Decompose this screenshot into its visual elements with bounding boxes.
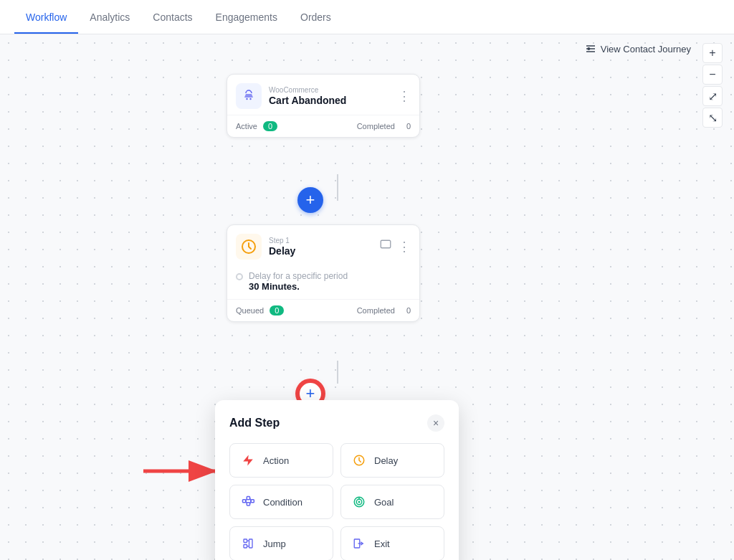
jump-icon [240, 536, 256, 551]
svg-rect-13 [247, 497, 249, 500]
condition-icon [240, 494, 256, 510]
svg-rect-14 [247, 503, 249, 506]
exit-icon [351, 536, 367, 551]
step-option-delay[interactable]: Delay [340, 443, 444, 478]
modal-close-button[interactable]: × [427, 414, 444, 432]
svg-point-6 [249, 98, 251, 100]
completed-count: 0 [406, 122, 411, 130]
exit-label: Exit [374, 538, 390, 549]
delay-menu[interactable]: ⋮ [398, 240, 411, 253]
delay-icon [236, 234, 262, 260]
svg-point-0 [588, 48, 590, 50]
delay-completed-count: 0 [406, 306, 411, 315]
delay-comment-icon[interactable] [379, 239, 392, 255]
fit-button[interactable]: ⤢ [702, 86, 723, 106]
collapse-button[interactable]: ⤡ [702, 108, 723, 128]
zoom-in-button[interactable]: + [702, 43, 723, 63]
svg-rect-24 [244, 539, 247, 543]
step-option-exit[interactable]: Exit [340, 526, 444, 560]
cart-abandoned-title: Cart Abandoned [269, 95, 391, 106]
svg-rect-26 [249, 539, 253, 548]
add-step-modal: Add Step × Action [215, 400, 459, 560]
add-step-top-button[interactable]: + [297, 187, 323, 213]
modal-title: Add Step [229, 417, 280, 430]
action-label: Action [263, 455, 289, 466]
cart-abandoned-menu[interactable]: ⋮ [398, 90, 411, 103]
modal-options-grid: Action Delay [229, 443, 444, 560]
active-count: 0 [263, 121, 277, 131]
delay-value: 30 Minutes. [249, 281, 348, 292]
delay-node: Step 1 Delay ⋮ Delay for a specific peri… [227, 224, 420, 322]
delay-description: Delay for a specific period [249, 271, 348, 281]
delay-dot-icon [236, 273, 243, 280]
delay-completed-label: Completed [357, 306, 395, 315]
nav-item-workflow[interactable]: Workflow [14, 1, 78, 33]
condition-label: Condition [263, 497, 302, 508]
view-contact-journey-button[interactable]: View Contact Journey [585, 43, 691, 54]
woocommerce-icon [236, 83, 262, 109]
svg-point-22 [358, 501, 361, 503]
action-icon [240, 452, 256, 468]
svg-line-19 [250, 501, 252, 504]
svg-rect-8 [381, 240, 391, 248]
nav-item-analytics[interactable]: Analytics [78, 1, 141, 33]
cart-abandoned-node: WooCommerce Cart Abandoned ⋮ Active 0 Co… [227, 74, 420, 138]
step-option-jump[interactable]: Jump [229, 526, 333, 560]
top-navigation: Workflow Analytics Contacts Engagements … [0, 0, 734, 34]
delay-label: Delay [374, 455, 398, 466]
svg-point-5 [246, 98, 247, 100]
red-arrow-indicator [140, 456, 226, 488]
delay-stats: Queued 0 Completed 0 [227, 299, 419, 321]
nav-item-engagements[interactable]: Engagements [204, 1, 289, 33]
step-option-condition[interactable]: Condition [229, 485, 333, 519]
nav-item-orders[interactable]: Orders [289, 1, 343, 33]
goal-icon [351, 494, 367, 510]
active-label: Active [236, 122, 257, 130]
completed-label: Completed [357, 122, 395, 130]
jump-label: Jump [263, 538, 286, 549]
delay-content: Delay for a specific period 30 Minutes. [227, 265, 419, 299]
svg-rect-25 [244, 545, 247, 549]
nav-item-contacts[interactable]: Contacts [141, 1, 204, 33]
modal-header: Add Step × [229, 414, 444, 432]
zoom-out-button[interactable]: − [702, 65, 723, 85]
step-option-action[interactable]: Action [229, 443, 333, 478]
journey-icon [585, 43, 596, 54]
cart-abandoned-subtitle: WooCommerce [269, 86, 391, 94]
step-option-goal[interactable]: Goal [340, 485, 444, 519]
canvas-toolbar: + − ⤢ ⤡ [702, 43, 723, 128]
svg-rect-15 [251, 500, 254, 503]
svg-line-18 [250, 498, 252, 501]
delay-title: Delay [269, 245, 372, 257]
delay-option-icon [351, 452, 367, 468]
workflow-canvas: View Contact Journey + − ⤢ ⤡ [0, 34, 734, 560]
svg-rect-12 [243, 500, 246, 503]
cart-abandoned-stats: Active 0 Completed 0 [227, 115, 419, 137]
queued-count: 0 [270, 305, 284, 315]
queued-label: Queued [236, 306, 264, 315]
delay-step-label: Step 1 [269, 237, 372, 245]
goal-label: Goal [374, 497, 394, 508]
